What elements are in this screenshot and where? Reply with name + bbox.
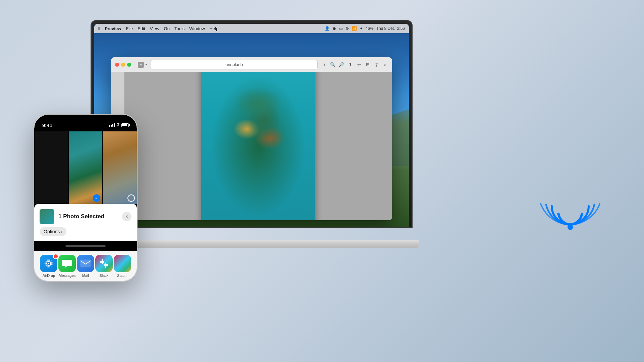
home-indicator-area — [34, 241, 137, 251]
mail-svg-icon — [80, 259, 91, 267]
svg-point-3 — [48, 263, 49, 264]
wifi-icon: ⊼ — [117, 123, 120, 127]
menubar-datetime: Thu 8 Dec 2:56 — [376, 26, 405, 31]
menu-view[interactable]: View — [150, 26, 159, 31]
iphone-dock: 1 AirDrop Messages Mail — [34, 251, 137, 281]
menu-file[interactable]: File — [126, 26, 133, 31]
slack-app-icon[interactable] — [95, 255, 113, 272]
laptop:  Preview File Edit View Go Tools Window… — [91, 20, 413, 248]
iphone: 9:41 ⊼ ✓ — [34, 114, 138, 282]
airdrop-app-icon[interactable]: 1 — [40, 255, 57, 272]
photo-strip-item-3[interactable] — [103, 131, 137, 204]
menu-tools[interactable]: Tools — [174, 26, 184, 31]
menu-app-name[interactable]: Preview — [105, 26, 121, 31]
browser-toolbar: ≡ ▾ unsplash ℹ 🔍 🔎 ⬆ ↩ ⊞ ◎ ⌕ — [111, 57, 392, 72]
battery-fill — [122, 124, 127, 126]
menubar-window-icon: ▭ — [339, 26, 343, 31]
url-bar[interactable]: unsplash — [151, 60, 318, 69]
menubar:  Preview File Edit View Go Tools Window… — [94, 24, 409, 33]
close-button[interactable] — [115, 63, 119, 67]
tab-icon: ≡ — [138, 62, 144, 68]
laptop-screen:  Preview File Edit View Go Tools Window… — [94, 24, 409, 227]
messages-app-icon[interactable] — [58, 255, 76, 272]
mail-label: Mail — [82, 274, 89, 278]
menubar-left:  Preview File Edit View Go Tools Window… — [98, 26, 218, 31]
menubar-user-icon: 👤 — [325, 26, 330, 31]
chevron-right-icon: › — [61, 230, 62, 234]
mail-app-icon[interactable] — [77, 255, 94, 272]
share-photo-thumbnail — [40, 209, 54, 224]
messages-svg-icon — [62, 259, 72, 268]
menu-window[interactable]: Window — [189, 26, 205, 31]
svg-rect-7 — [100, 261, 104, 263]
slack-label: Slack — [99, 274, 108, 278]
share-panel-header: 1 Photo Selected × — [40, 209, 131, 224]
airdrop-notification-badge: 1 — [53, 254, 58, 259]
svg-rect-8 — [104, 264, 108, 266]
airdrop-ripple-svg — [537, 174, 604, 241]
rotate-icon[interactable]: ↩ — [356, 62, 362, 68]
share-panel-title: 1 Photo Selected — [58, 213, 118, 220]
preview-image-area — [124, 72, 392, 220]
airdrop-label: AirDrop — [43, 274, 55, 278]
preview-content — [111, 72, 392, 220]
info-icon[interactable]: ℹ — [321, 62, 327, 68]
search-icon[interactable]: ⌕ — [382, 62, 388, 68]
svg-rect-4 — [80, 260, 91, 267]
url-text: unsplash — [225, 62, 243, 67]
close-icon: × — [125, 214, 128, 219]
airdrop-ripple-decoration — [537, 174, 604, 241]
traffic-lights — [115, 63, 131, 67]
options-button[interactable]: Options › — [40, 227, 66, 236]
iphone-status-icons: ⊼ — [109, 123, 129, 127]
svg-point-9 — [568, 225, 573, 230]
menu-help[interactable]: Help — [210, 26, 219, 31]
options-label: Options — [44, 229, 60, 234]
zoom-in-icon[interactable]: 🔎 — [338, 62, 344, 68]
location-icon[interactable]: ◎ — [373, 62, 379, 68]
signal-bar-1 — [109, 125, 110, 127]
photo-strip-item-2[interactable]: ✓ — [69, 131, 103, 204]
menu-edit[interactable]: Edit — [138, 26, 145, 31]
menubar-right: 👤 ⏺ ▭ ⚙ 📶 ✦ 46% Thu 8 Dec 2:56 — [325, 26, 405, 31]
photo-strip: ✓ — [34, 131, 137, 204]
menubar-network-icon: 📶 — [352, 26, 357, 31]
iphone-time: 9:41 — [42, 122, 52, 128]
share-icon[interactable]: ⬆ — [347, 62, 353, 68]
menubar-record-icon: ⏺ — [332, 26, 336, 31]
browser-window: ≡ ▾ unsplash ℹ 🔍 🔎 ⬆ ↩ ⊞ ◎ ⌕ — [111, 57, 392, 220]
browser-toolbar-icons: ℹ 🔍 🔎 ⬆ ↩ ⊞ ◎ ⌕ — [321, 62, 388, 68]
minimize-button[interactable] — [121, 63, 125, 67]
share-panel: 1 Photo Selected × Options › — [34, 204, 137, 241]
dock-app-slack: Slack — [95, 255, 113, 278]
browser-tabs: ≡ ▾ — [138, 62, 147, 68]
photo-unselected-circle — [127, 194, 135, 202]
dock-app-mail: Mail — [77, 255, 94, 278]
dock-app-airdrop: 1 AirDrop — [40, 255, 57, 278]
menu-go[interactable]: Go — [164, 26, 170, 31]
zoom-out-icon[interactable]: 🔍 — [330, 62, 336, 68]
messages-label: Messages — [59, 274, 75, 278]
signal-bar-2 — [111, 125, 112, 127]
laptop-body:  Preview File Edit View Go Tools Window… — [91, 20, 413, 228]
maximize-button[interactable] — [127, 63, 131, 67]
signal-bars — [109, 123, 115, 127]
aerial-island-photo — [201, 72, 315, 220]
apple-menu[interactable]:  — [98, 26, 100, 31]
preview-image — [201, 72, 315, 220]
share-close-button[interactable]: × — [122, 212, 131, 221]
dock-app-messages: Messages — [58, 255, 76, 278]
menubar-bluetooth-icon: ✦ — [360, 26, 363, 31]
menubar-controls-icon: ⚙ — [345, 26, 349, 31]
crop-icon[interactable]: ⊞ — [365, 62, 371, 68]
iphone-notch-area: 9:41 ⊼ — [34, 115, 137, 131]
slack-svg-icon — [99, 258, 109, 268]
photo-strip-item-1[interactable] — [34, 131, 68, 204]
menubar-battery: 46% — [366, 26, 374, 31]
slack2-app-icon[interactable] — [114, 255, 131, 272]
signal-bar-4 — [114, 123, 115, 127]
dock-app-slack2: Slac... — [114, 255, 131, 278]
signal-bar-3 — [112, 124, 113, 127]
airdrop-svg-icon — [44, 258, 54, 268]
battery-indicator — [121, 123, 129, 127]
